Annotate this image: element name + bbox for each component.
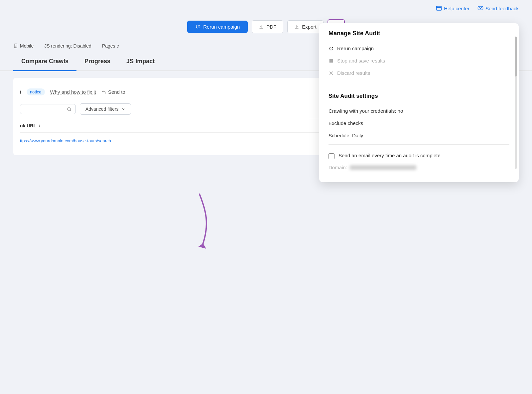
search-box[interactable] bbox=[20, 104, 76, 114]
menu-item-discard: Discard results bbox=[329, 67, 509, 79]
pages-info: Pages c bbox=[102, 43, 119, 49]
device-label: Mobile bbox=[20, 43, 34, 49]
scrollbar-thumb[interactable] bbox=[515, 37, 517, 76]
settings-exclude-checks[interactable]: Exclude checks bbox=[329, 117, 509, 129]
domain-value bbox=[350, 165, 416, 170]
dropdown-menu: Manage Site Audit Rerun campaign Stop an… bbox=[319, 23, 519, 182]
send-to[interactable]: Send to bbox=[101, 89, 125, 95]
menu-item-stop: Stop and save results bbox=[329, 55, 509, 67]
chevron-down-icon bbox=[121, 107, 125, 111]
export-label: Export bbox=[302, 24, 316, 30]
send-to-label: Send to bbox=[108, 89, 125, 95]
js-rendering-label: JS rendering: Disabled bbox=[44, 43, 91, 49]
help-center-icon bbox=[436, 5, 442, 11]
menu-item-rerun[interactable]: Rerun campaign bbox=[329, 42, 509, 55]
help-center-label: Help center bbox=[444, 6, 469, 11]
send-feedback-link[interactable]: Send feedback bbox=[477, 5, 519, 11]
top-bar: Help center Send feedback bbox=[0, 0, 532, 17]
svg-point-6 bbox=[67, 107, 70, 110]
menu-item-stop-label: Stop and save results bbox=[337, 58, 385, 64]
inner-divider bbox=[329, 144, 509, 145]
send-icon bbox=[101, 90, 106, 94]
help-center-link[interactable]: Help center bbox=[436, 5, 469, 11]
rerun-menu-icon bbox=[329, 46, 334, 51]
email-checkbox-label: Send an email every time an audit is com… bbox=[338, 153, 441, 158]
send-feedback-icon bbox=[477, 5, 483, 11]
notice-badge: notice bbox=[27, 88, 45, 95]
advanced-filters-button[interactable]: Advanced filters bbox=[80, 103, 131, 115]
device-info: Mobile bbox=[13, 43, 34, 49]
scrollbar[interactable] bbox=[515, 37, 517, 169]
rerun-campaign-label: Rerun campaign bbox=[203, 24, 240, 30]
domain-label: Domain: bbox=[329, 165, 347, 170]
js-rendering-info: JS rendering: Disabled bbox=[44, 43, 91, 49]
menu-item-rerun-label: Rerun campaign bbox=[337, 46, 374, 51]
advanced-filters-label: Advanced filters bbox=[85, 106, 119, 112]
svg-point-5 bbox=[15, 47, 16, 47]
pages-label: Pages c bbox=[102, 43, 119, 49]
menu-item-discard-label: Discard results bbox=[337, 70, 370, 76]
domain-row: Domain: bbox=[329, 162, 509, 176]
mobile-icon bbox=[13, 44, 18, 48]
tab-progress[interactable]: Progress bbox=[76, 53, 118, 71]
pdf-button[interactable]: PDF bbox=[252, 20, 283, 33]
pdf-label: PDF bbox=[266, 24, 276, 30]
settings-section-title: Site Audit settings bbox=[329, 93, 509, 99]
pdf-icon bbox=[259, 24, 264, 29]
export-icon bbox=[294, 24, 299, 29]
manage-section-title: Manage Site Audit bbox=[329, 30, 509, 37]
svg-marker-8 bbox=[198, 243, 207, 249]
send-feedback-label: Send feedback bbox=[485, 6, 519, 11]
email-checkbox-row: Send an email every time an audit is com… bbox=[329, 147, 509, 162]
export-button[interactable]: Export bbox=[287, 20, 323, 33]
rerun-campaign-button[interactable]: Rerun campaign bbox=[187, 21, 248, 33]
settings-credentials[interactable]: Crawling with your credentials: no bbox=[329, 105, 509, 117]
svg-line-7 bbox=[70, 110, 71, 111]
settings-section: Site Audit settings Crawling with your c… bbox=[319, 86, 519, 182]
svg-rect-9 bbox=[330, 59, 333, 63]
fix-link[interactable]: Why and how to fix it bbox=[50, 89, 96, 95]
search-icon bbox=[67, 107, 71, 111]
x-icon bbox=[329, 70, 334, 76]
svg-rect-0 bbox=[437, 6, 442, 10]
tab-compare-crawls[interactable]: Compare Crawls bbox=[13, 53, 76, 71]
manage-section: Manage Site Audit Rerun campaign Stop an… bbox=[319, 23, 519, 86]
tab-js-impact[interactable]: JS Impact bbox=[118, 53, 163, 71]
settings-schedule[interactable]: Schedule: Daily bbox=[329, 129, 509, 142]
email-checkbox[interactable] bbox=[329, 153, 334, 159]
rerun-icon bbox=[195, 24, 200, 29]
sort-icon[interactable] bbox=[38, 124, 42, 128]
arrow-annotation bbox=[173, 191, 226, 257]
search-input[interactable] bbox=[24, 106, 64, 112]
stop-icon bbox=[329, 58, 334, 64]
